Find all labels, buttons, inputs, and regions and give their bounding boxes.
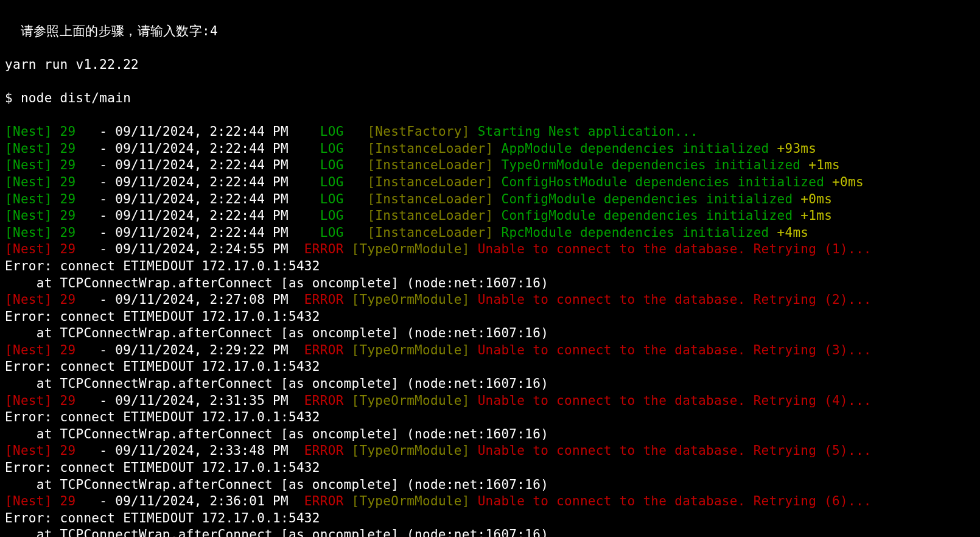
nest-tag: [Nest] 29: [5, 208, 99, 223]
nest-tag: [Nest] 29: [5, 242, 99, 256]
nest-tag: [Nest] 29: [5, 158, 99, 172]
context: [TypeOrmModule]: [352, 292, 478, 307]
timing: +93ms: [777, 141, 817, 156]
log-line: [Nest] 29 - 09/11/2024, 2:22:44 PM LOG […: [5, 225, 975, 242]
timing: +4ms: [777, 225, 809, 240]
stack-line: at TCPConnectWrap.afterConnect [as oncom…: [5, 376, 975, 393]
log-line: [Nest] 29 - 09/11/2024, 2:22:44 PM LOG […: [5, 124, 975, 141]
stack-text: Error: connect ETIMEDOUT 172.17.0.1:5432: [5, 259, 320, 273]
stack-line: at TCPConnectWrap.afterConnect [as oncom…: [5, 527, 975, 537]
timestamp: 09/11/2024, 2:33:48 PM: [115, 443, 304, 458]
timestamp: 09/11/2024, 2:36:01 PM: [115, 494, 304, 508]
nest-tag: [Nest] 29: [5, 393, 99, 408]
error-line: [Nest] 29 - 09/11/2024, 2:24:55 PM ERROR…: [5, 241, 975, 258]
timestamp: 09/11/2024, 2:22:44 PM: [115, 208, 320, 223]
spacer: [793, 208, 800, 223]
nest-tag: [Nest] 29: [5, 225, 99, 240]
prompt-text: 请参照上面的步骤，请输入数字:4: [5, 24, 218, 38]
stack-line: at TCPConnectWrap.afterConnect [as oncom…: [5, 426, 975, 443]
spacer: [769, 225, 777, 240]
timestamp: 09/11/2024, 2:31:35 PM: [115, 393, 304, 408]
timestamp: 09/11/2024, 2:22:44 PM: [115, 158, 320, 172]
terminal-output[interactable]: 请参照上面的步骤，请输入数字:4 yarn run v1.22.22 $ nod…: [0, 0, 980, 537]
context: [TypeOrmModule]: [352, 443, 478, 458]
stack-text: Error: connect ETIMEDOUT 172.17.0.1:5432: [5, 511, 320, 525]
nest-tag: [Nest] 29: [5, 175, 99, 189]
timing: +0ms: [832, 175, 864, 189]
log-level: LOG: [320, 175, 368, 189]
timing: +1ms: [808, 158, 840, 172]
message: Unable to connect to the database. Retry…: [478, 443, 872, 458]
timestamp: 09/11/2024, 2:22:44 PM: [115, 175, 320, 189]
log-level: ERROR: [304, 494, 352, 508]
dash: -: [99, 393, 115, 408]
error-line: [Nest] 29 - 09/11/2024, 2:29:22 PM ERROR…: [5, 342, 975, 359]
context: [InstanceLoader]: [367, 225, 501, 240]
dash: -: [99, 225, 115, 240]
stack-text: at TCPConnectWrap.afterConnect [as oncom…: [5, 427, 548, 441]
stack-line: at TCPConnectWrap.afterConnect [as oncom…: [5, 325, 975, 342]
message: Unable to connect to the database. Retry…: [478, 242, 872, 256]
log-level: LOG: [320, 124, 368, 139]
dash: -: [99, 208, 115, 223]
dash: -: [99, 141, 115, 156]
log-level: ERROR: [304, 393, 352, 408]
stack-text: at TCPConnectWrap.afterConnect [as oncom…: [5, 276, 548, 290]
stack-text: at TCPConnectWrap.afterConnect [as oncom…: [5, 326, 548, 340]
dash: -: [99, 343, 115, 357]
cmd-line: $ node dist/main: [5, 90, 975, 107]
context: [InstanceLoader]: [367, 158, 501, 172]
context: [TypeOrmModule]: [352, 343, 478, 357]
dash: -: [99, 175, 115, 189]
log-line: [Nest] 29 - 09/11/2024, 2:22:44 PM LOG […: [5, 174, 975, 191]
context: [InstanceLoader]: [367, 208, 501, 223]
stack-text: Error: connect ETIMEDOUT 172.17.0.1:5432: [5, 359, 320, 374]
stack-line: at TCPConnectWrap.afterConnect [as oncom…: [5, 275, 975, 292]
dash: -: [99, 158, 115, 172]
log-level: LOG: [320, 141, 368, 156]
nest-tag: [Nest] 29: [5, 343, 99, 357]
stack-text: Error: connect ETIMEDOUT 172.17.0.1:5432: [5, 410, 320, 424]
log-level: LOG: [320, 208, 368, 223]
timestamp: 09/11/2024, 2:24:55 PM: [115, 242, 304, 256]
context: [TypeOrmModule]: [352, 393, 478, 408]
message: Unable to connect to the database. Retry…: [478, 494, 872, 508]
nest-tag: [Nest] 29: [5, 443, 99, 458]
stack-text: at TCPConnectWrap.afterConnect [as oncom…: [5, 527, 548, 537]
timestamp: 09/11/2024, 2:29:22 PM: [115, 343, 304, 357]
context: [InstanceLoader]: [367, 192, 501, 206]
stack-line: Error: connect ETIMEDOUT 172.17.0.1:5432: [5, 258, 975, 275]
nest-tag: [Nest] 29: [5, 141, 99, 156]
spacer: [793, 192, 800, 206]
stack-line: Error: connect ETIMEDOUT 172.17.0.1:5432: [5, 510, 975, 527]
stack-line: Error: connect ETIMEDOUT 172.17.0.1:5432: [5, 309, 975, 326]
nest-tag: [Nest] 29: [5, 494, 99, 508]
spacer: [824, 175, 832, 189]
log-level: ERROR: [304, 343, 352, 357]
context: [InstanceLoader]: [367, 175, 501, 189]
log-line: [Nest] 29 - 09/11/2024, 2:22:44 PM LOG […: [5, 191, 975, 208]
log-level: ERROR: [304, 443, 352, 458]
spacer: [769, 141, 777, 156]
error-line: [Nest] 29 - 09/11/2024, 2:27:08 PM ERROR…: [5, 292, 975, 309]
log-level: ERROR: [304, 292, 352, 307]
dash: -: [99, 124, 115, 139]
message: AppModule dependencies initialized: [501, 141, 769, 156]
yarn-text: yarn run v1.22.22: [5, 57, 139, 72]
message: ConfigModule dependencies initialized: [501, 192, 793, 206]
timestamp: 09/11/2024, 2:22:44 PM: [115, 225, 320, 240]
dash: -: [99, 242, 115, 256]
stack-line: Error: connect ETIMEDOUT 172.17.0.1:5432: [5, 409, 975, 426]
log-level: LOG: [320, 158, 368, 172]
dash: -: [99, 192, 115, 206]
dash: -: [99, 292, 115, 307]
log-line: [Nest] 29 - 09/11/2024, 2:22:44 PM LOG […: [5, 141, 975, 158]
error-line: [Nest] 29 - 09/11/2024, 2:36:01 PM ERROR…: [5, 493, 975, 510]
nest-tag: [Nest] 29: [5, 124, 99, 139]
error-line: [Nest] 29 - 09/11/2024, 2:31:35 PM ERROR…: [5, 393, 975, 410]
message: RpcModule dependencies initialized: [501, 225, 769, 240]
timestamp: 09/11/2024, 2:22:44 PM: [115, 124, 320, 139]
spacer: [800, 158, 808, 172]
context: [NestFactory]: [367, 124, 477, 139]
nest-tag: [Nest] 29: [5, 192, 99, 206]
